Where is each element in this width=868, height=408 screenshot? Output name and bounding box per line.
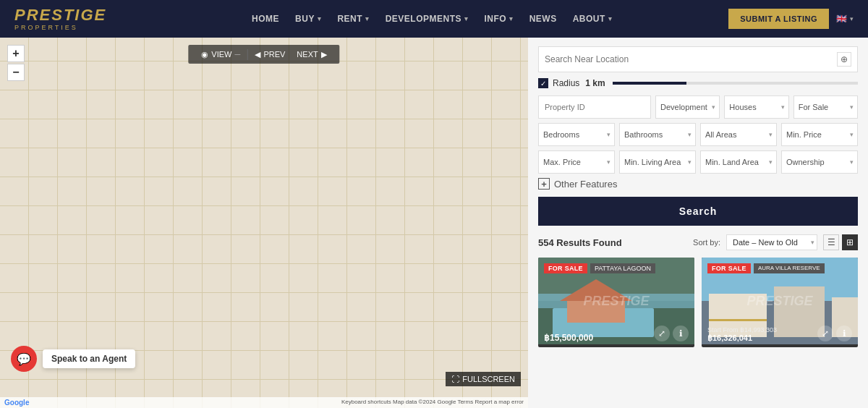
next-button[interactable]: NEXT ▶ — [291, 48, 332, 61]
header: PRESTIGE PROPERTIES HOME BUY ▾ RENT ▾ DE… — [0, 0, 868, 38]
results-count: 554 Results Found — [538, 237, 622, 248]
nav-news[interactable]: NEWS — [529, 14, 557, 24]
min-land-select-wrapper: Min. Land Area ▾ — [700, 150, 777, 174]
card-badges: FOR SALE AURA VILLA RESERVE — [707, 263, 825, 273]
nav-home[interactable]: HOME — [252, 14, 279, 24]
max-price-select-wrapper: Max. Price ▾ — [538, 150, 615, 174]
gps-icon[interactable]: ⊕ — [837, 52, 851, 67]
zoom-out-button[interactable]: − — [7, 64, 25, 81]
for-sale-badge: FOR SALE — [707, 263, 751, 273]
location-badge: PATTAYA LAGOON — [590, 263, 655, 273]
logo-main: PRESTIGE — [14, 7, 106, 23]
listing-type-select-wrapper: For Sale ▾ — [793, 95, 858, 119]
grid-view-icon[interactable]: ⊞ — [842, 234, 858, 250]
property-cards-row: PRESTIGE FOR SALE PATTAYA LAGOON ฿15,500… — [538, 258, 858, 347]
chevron-down-icon: ▾ — [365, 15, 370, 22]
right-panel: ⊕ ✓ Radius 1 km Development ▾ — [528, 38, 868, 408]
chevron-down-icon: ▾ — [464, 15, 469, 22]
svg-text:PRESTIGE: PRESTIGE — [746, 294, 813, 308]
nav-about[interactable]: ABOUT ▾ — [573, 14, 613, 24]
min-living-area-select[interactable]: Min. Living Area — [619, 150, 696, 174]
chat-icon: 💬 — [11, 346, 37, 372]
filter-row-3: Max. Price ▾ Min. Living Area ▾ Min. Lan… — [538, 150, 858, 174]
chevron-down-icon: ▾ — [608, 15, 613, 22]
fullscreen-button[interactable]: ⛶ FULLSCREEN — [446, 372, 521, 386]
speak-to-agent[interactable]: 💬 Speak to an Agent — [11, 346, 135, 372]
submit-listing-button[interactable]: SUBMIT A LISTING — [728, 9, 829, 29]
chevron-down-icon: ▾ — [318, 15, 322, 22]
property-card[interactable]: PRESTIGE FOR SALE AURA VILLA RESERVE Sta… — [702, 258, 858, 347]
min-price-select[interactable]: Min. Price — [781, 123, 858, 146]
info-button[interactable]: ℹ — [673, 326, 689, 341]
nav-developments[interactable]: DEVELOPMENTS ▾ — [386, 14, 469, 24]
list-view-icon[interactable]: ☰ — [823, 234, 839, 250]
speak-label: Speak to an Agent — [43, 349, 135, 368]
radius-slider-fill — [613, 82, 686, 85]
radius-checkbox[interactable]: ✓ — [538, 78, 548, 88]
logo-sub: PROPERTIES — [14, 24, 78, 31]
sort-select-wrapper: Date – New to Old Date – Old to New Pric… — [726, 234, 817, 250]
min-living-select-wrapper: Min. Living Area ▾ — [619, 150, 696, 174]
google-logo: Google — [4, 399, 29, 407]
sort-select[interactable]: Date – New to Old Date – Old to New Pric… — [726, 234, 817, 250]
for-sale-badge: FOR SALE — [544, 263, 587, 273]
radius-slider[interactable] — [613, 82, 858, 85]
ownership-select-wrapper: Ownership ▾ — [781, 150, 858, 174]
info-button[interactable]: ℹ — [836, 326, 852, 341]
search-location-input[interactable] — [545, 54, 837, 64]
areas-select-wrapper: All Areas ▾ — [700, 123, 777, 146]
prev-button[interactable]: ◀ PREV — [249, 48, 291, 61]
zoom-in-button[interactable]: + — [7, 45, 25, 62]
ownership-select[interactable]: Ownership — [781, 150, 858, 174]
max-price-select[interactable]: Max. Price — [538, 150, 615, 174]
min-land-area-select[interactable]: Min. Land Area — [700, 150, 777, 174]
radius-checkbox-label: ✓ Radius 1 km — [538, 78, 605, 88]
search-button[interactable]: Search — [538, 197, 858, 226]
language-selector[interactable]: 🇬🇧 ▾ — [836, 14, 854, 24]
bedrooms-select-wrapper: Bedrooms ▾ — [538, 123, 615, 146]
expand-button[interactable]: ⤢ — [654, 326, 670, 341]
main-container: Pattaya City เมืองพัทยา Na Kluea Naklua … — [0, 38, 868, 408]
results-bar: 554 Results Found Sort by: Date – New to… — [538, 234, 858, 250]
filter-row-2: Bedrooms ▾ Bathrooms ▾ All Areas ▾ Min. … — [538, 123, 858, 146]
development-select-wrapper: Development ▾ — [655, 95, 720, 119]
map-controls: + − — [7, 45, 25, 81]
minus-icon: ─ — [234, 50, 240, 59]
property-id-input[interactable] — [538, 95, 651, 119]
property-type-select[interactable]: Houses — [724, 95, 788, 119]
expand-button[interactable]: ⤢ — [817, 326, 833, 341]
right-arrow-icon: ▶ — [321, 50, 327, 59]
view-toggle-button[interactable]: ◉ VIEW ─ — [195, 48, 246, 61]
other-features-toggle[interactable]: + Other Features — [538, 178, 858, 190]
map-area: Pattaya City เมืองพัทยา Na Kluea Naklua … — [0, 38, 528, 408]
card-badges: FOR SALE PATTAYA LAGOON — [544, 263, 655, 273]
svg-rect-97 — [709, 319, 767, 321]
nav-info[interactable]: INFO ▾ — [484, 14, 513, 24]
logo[interactable]: PRESTIGE PROPERTIES — [14, 7, 106, 31]
bathrooms-select-wrapper: Bathrooms ▾ — [619, 123, 696, 146]
map-nav-bar: ◉ VIEW ─ | ◀ PREV NEXT ▶ — [188, 45, 339, 64]
nav-buy[interactable]: BUY ▾ — [295, 14, 321, 24]
fullscreen-icon: ⛶ — [451, 375, 459, 383]
search-location-row: ⊕ — [538, 46, 858, 72]
location-badge: AURA VILLA RESERVE — [754, 263, 825, 273]
main-nav: HOME BUY ▾ RENT ▾ DEVELOPMENTS ▾ INFO ▾ … — [135, 14, 728, 24]
other-features-label: Other Features — [554, 179, 617, 190]
plus-icon: + — [538, 178, 550, 190]
nav-rent[interactable]: RENT ▾ — [337, 14, 369, 24]
property-type-select-wrapper: Houses ▾ — [724, 95, 788, 119]
svg-text:PRESTIGE: PRESTIGE — [583, 294, 650, 308]
sort-area: Sort by: Date – New to Old Date – Old to… — [693, 234, 858, 250]
bathrooms-select[interactable]: Bathrooms — [619, 123, 696, 146]
filter-row-1: Development ▾ Houses ▾ For Sale ▾ — [538, 95, 858, 119]
flag-icon: 🇬🇧 — [836, 14, 847, 24]
card-actions: ⤢ ℹ — [817, 326, 852, 341]
bedrooms-select[interactable]: Bedrooms — [538, 123, 615, 146]
left-arrow-icon: ◀ — [255, 50, 260, 59]
map-attribution: Google Keyboard shortcuts Map data ©2024… — [0, 397, 528, 408]
eye-icon: ◉ — [201, 50, 208, 59]
areas-select[interactable]: All Areas — [700, 123, 777, 146]
development-select[interactable]: Development — [655, 95, 720, 119]
property-card[interactable]: PRESTIGE FOR SALE PATTAYA LAGOON ฿15,500… — [538, 258, 694, 347]
listing-type-select[interactable]: For Sale — [793, 95, 858, 119]
